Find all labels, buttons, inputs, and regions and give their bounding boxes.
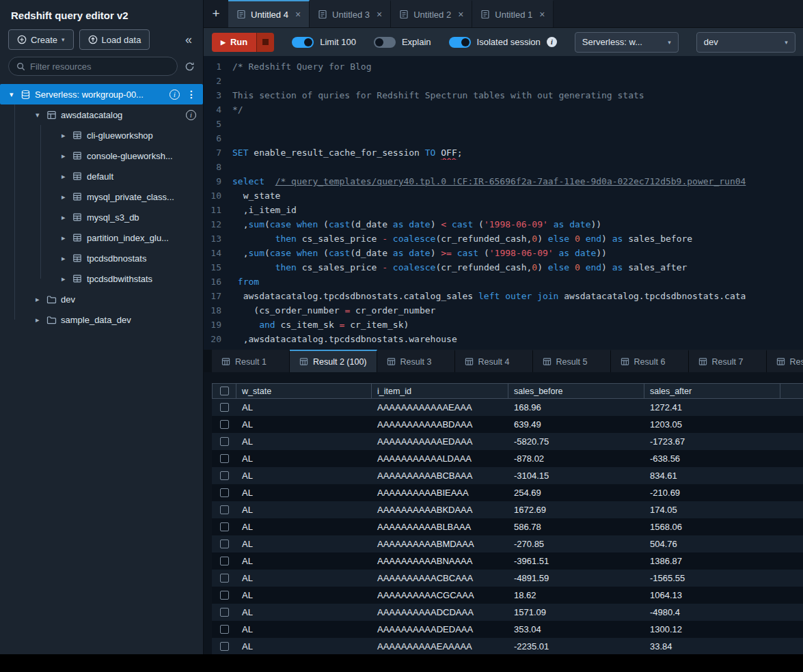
chevron-right-icon[interactable]: ▸	[62, 172, 72, 181]
row-checkbox[interactable]	[220, 403, 229, 412]
collapse-sidebar-icon[interactable]: «	[182, 33, 195, 47]
result-tab-result-8[interactable]: Result 8	[767, 350, 803, 372]
code-text: w_state	[232, 188, 803, 203]
close-tab-icon[interactable]: ×	[539, 9, 545, 20]
result-tab-result-1[interactable]: Result 1	[212, 350, 290, 372]
row-checkbox[interactable]	[220, 574, 229, 583]
filter-resources-input-wrap[interactable]	[8, 57, 178, 76]
table-row[interactable]: ALAAAAAAAAAABCBAAA-3104.15834.61	[212, 467, 803, 484]
editor-tab-untitled-4[interactable]: Untitled 4×	[228, 0, 310, 27]
row-checkbox[interactable]	[220, 454, 229, 463]
chevron-down-icon[interactable]: ▾	[10, 90, 21, 99]
row-checkbox[interactable]	[220, 505, 229, 514]
tree-item-mysql-s3-db[interactable]: ▸mysql_s3_db	[0, 207, 203, 227]
info-icon[interactable]: i	[169, 89, 180, 100]
table-row[interactable]: ALAAAAAAAAAADEDAAA353.041300.12	[212, 621, 803, 638]
create-button[interactable]: Create ▾	[8, 29, 74, 50]
row-checkbox[interactable]	[220, 420, 229, 429]
info-icon[interactable]: i	[547, 37, 557, 47]
chevron-down-icon[interactable]: ▾	[36, 111, 46, 120]
table-row[interactable]: ALAAAAAAAAAACBCAAA-4891.59-1565.55	[212, 570, 803, 587]
tree-item-cli-glueworkshop[interactable]: ▸cli-glueworkshop	[0, 125, 203, 145]
table-row[interactable]: ALAAAAAAAAAABNAAAA-3961.511386.87	[212, 552, 803, 570]
chevron-right-icon[interactable]: ▸	[62, 131, 72, 140]
chevron-right-icon[interactable]: ▸	[36, 295, 46, 304]
row-checkbox[interactable]	[220, 540, 229, 548]
tree-item-serverless-workgroup-00[interactable]: ▾Serverless: workgroup-00...i⋮	[0, 84, 203, 104]
explain-toggle[interactable]	[374, 37, 396, 48]
table-row[interactable]: ALAAAAAAAAAAEAAAAA-2235.0133.84	[212, 638, 803, 654]
close-tab-icon[interactable]: ×	[377, 9, 382, 20]
row-checkbox[interactable]	[220, 557, 229, 565]
sql-editor[interactable]: 1/* Redshift Query for Blog23This sectio…	[204, 56, 803, 350]
table-row[interactable]: ALAAAAAAAAAADCDAAA1571.09-4980.4	[212, 604, 803, 621]
column-header-i-item-id[interactable]: i_item_id	[372, 383, 508, 399]
table-row[interactable]: ALAAAAAAAAAAALDAAA-878.02-638.56	[212, 450, 803, 467]
new-tab-button[interactable]: +	[204, 0, 228, 27]
refresh-icon[interactable]	[185, 61, 195, 72]
row-checkbox[interactable]	[220, 625, 229, 634]
table-row[interactable]: ALAAAAAAAAAABMDAAA-270.85504.76	[212, 535, 803, 552]
run-button[interactable]: ▶ Run	[212, 33, 256, 52]
result-tab-result-6[interactable]: Result 6	[611, 350, 689, 372]
isolated-session-toggle[interactable]	[449, 37, 471, 48]
tree-item-console-glueworksh[interactable]: ▸console-glueworksh...	[0, 145, 203, 166]
table-row[interactable]: ALAAAAAAAAAAABDAAA639.491203.05	[212, 416, 803, 433]
close-tab-icon[interactable]: ×	[295, 9, 301, 20]
column-header-sales-before[interactable]: sales_before	[508, 383, 644, 399]
tree-item-dev[interactable]: ▸dev	[0, 289, 203, 309]
result-tab-result-4[interactable]: Result 4	[455, 350, 533, 372]
row-checkbox[interactable]	[220, 522, 229, 531]
column-header-w-state[interactable]: w_state	[236, 383, 372, 399]
tree-item-awsdatacatalog[interactable]: ▾awsdatacatalogi	[0, 104, 203, 125]
row-checkbox[interactable]	[220, 437, 229, 446]
chevron-right-icon[interactable]: ▸	[62, 254, 72, 263]
tree-item-mysql-private-class[interactable]: ▸mysql_private_class...	[0, 186, 203, 207]
result-tab-result-5[interactable]: Result 5	[533, 350, 611, 372]
row-checkbox[interactable]	[220, 488, 229, 497]
stop-button[interactable]	[256, 33, 274, 52]
table-row[interactable]: ALAAAAAAAAAAAAEAAA168.961272.41	[212, 399, 803, 416]
row-checkbox[interactable]	[220, 591, 229, 600]
row-checkbox[interactable]	[220, 642, 229, 651]
tree-item-sample-data-dev[interactable]: ▸sample_data_dev	[0, 309, 203, 330]
kebab-menu-icon[interactable]: ⋮	[187, 89, 196, 100]
editor-tab-untitled-2[interactable]: Untitled 2×	[391, 0, 472, 27]
close-tab-icon[interactable]: ×	[458, 9, 463, 20]
filter-resources-input[interactable]	[30, 61, 169, 72]
info-icon[interactable]: i	[186, 110, 196, 120]
editor-tab-untitled-3[interactable]: Untitled 3×	[310, 0, 391, 27]
chevron-right-icon[interactable]: ▸	[62, 152, 72, 160]
chevron-right-icon[interactable]: ▸	[36, 316, 46, 324]
tree-item-tpcdsdbnostats[interactable]: ▸tpcdsdbnostats	[0, 248, 203, 268]
table-row[interactable]: ALAAAAAAAAAABIEAAA254.69-210.69	[212, 484, 803, 501]
chevron-right-icon[interactable]: ▸	[62, 234, 72, 242]
database-dropdown[interactable]: dev ▾	[696, 32, 795, 53]
table-cell: AAAAAAAAAAAAEAAA	[372, 399, 508, 416]
result-tab-result-2-100[interactable]: Result 2 (100)	[290, 350, 377, 372]
row-checkbox[interactable]	[220, 608, 229, 617]
column-header-sales-after[interactable]: sales_after	[644, 383, 780, 399]
table-row[interactable]: ALAAAAAAAAAABKDAAA1672.69174.05	[212, 501, 803, 518]
chevron-right-icon[interactable]: ▸	[62, 275, 72, 283]
table-row[interactable]: ALAAAAAAAAAABLBAAA586.781568.06	[212, 518, 803, 535]
result-tab-result-7[interactable]: Result 7	[689, 350, 767, 372]
tree-item-default[interactable]: ▸default	[0, 166, 203, 186]
table-cell: 168.96	[508, 399, 644, 416]
row-checkbox[interactable]	[220, 471, 229, 480]
chevron-right-icon[interactable]: ▸	[62, 193, 72, 201]
table-row[interactable]: ALAAAAAAAAAACGCAAA18.621064.13	[212, 587, 803, 604]
script-file-icon	[480, 10, 490, 19]
result-tab-result-3[interactable]: Result 3	[377, 350, 455, 372]
load-data-button[interactable]: Load data	[79, 29, 150, 50]
table-row[interactable]: ALAAAAAAAAAAAEDAAA-5820.75-1723.67	[212, 433, 803, 450]
editor-tab-untitled-1[interactable]: Untitled 1×	[472, 0, 554, 27]
tree-item-partition-index-glu[interactable]: ▸partition_index_glu...	[0, 227, 203, 248]
line-number: 8	[204, 160, 232, 174]
tree-item-tpcdsdbwithstats[interactable]: ▸tpcdsdbwithstats	[0, 268, 203, 289]
chevron-right-icon[interactable]: ▸	[62, 213, 72, 222]
select-all-checkbox[interactable]	[220, 387, 229, 395]
workgroup-dropdown[interactable]: Serverless: w... ▾	[575, 32, 679, 53]
limit-toggle[interactable]	[292, 37, 314, 48]
result-tab-label: Result 3	[400, 357, 432, 367]
